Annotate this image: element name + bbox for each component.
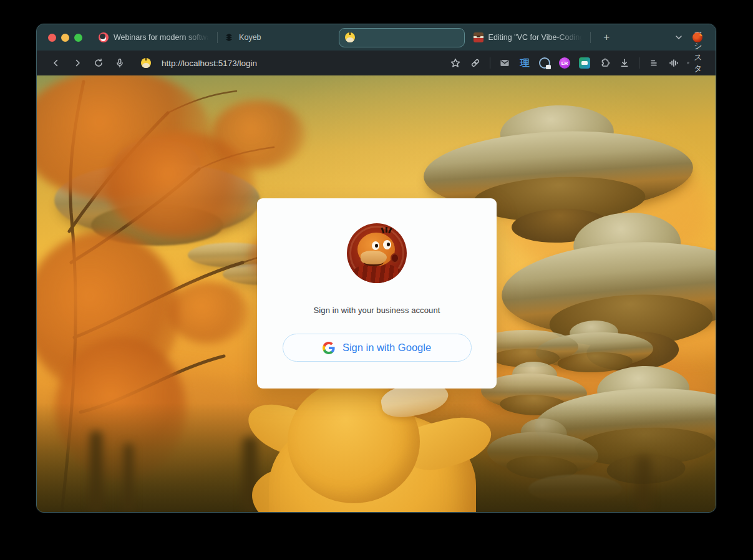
koyeb-layers-icon: [224, 32, 234, 42]
star-icon: [450, 57, 461, 69]
tab-webinars[interactable]: Webinars for modern softwa: [99, 32, 211, 42]
chevron-right-icon: [72, 57, 83, 69]
lock-circle-icon: [539, 57, 550, 69]
trunk-illustration: [636, 456, 652, 512]
psyduck-favicon-icon: [345, 32, 355, 42]
trunk-illustration: [90, 431, 102, 512]
tab-active-psyduck[interactable]: [339, 28, 465, 47]
video-extension-button[interactable]: [575, 54, 594, 72]
reload-icon: [93, 57, 104, 69]
tab-editing[interactable]: Editing "VC for Vibe-Coding: [474, 32, 585, 42]
lr-badge-icon: LR: [559, 57, 570, 69]
chevron-left-icon: [51, 57, 62, 69]
google-signin-button[interactable]: Sign in with Google: [283, 334, 472, 362]
browser-profile-orb-icon: [692, 32, 702, 42]
privacy-extension-button[interactable]: [535, 54, 554, 72]
puzzle-piece-icon: [599, 57, 610, 69]
login-subtitle: Sign in with your business account: [314, 306, 440, 315]
login-card: Sign in with your business account Sign …: [257, 198, 497, 389]
video-square-icon: [579, 57, 590, 69]
forward-button[interactable]: [68, 54, 87, 72]
assistant-spiral-icon: [687, 57, 689, 69]
address-bar-url[interactable]: http://localhost:5173/login: [162, 59, 257, 68]
tab-koyeb-label: Koyeb: [239, 33, 261, 42]
tab-overflow-button[interactable]: [669, 28, 688, 47]
tab-separator: [217, 32, 218, 43]
window-controls: [48, 34, 82, 42]
chevron-down-icon: [673, 32, 684, 43]
google-logo-icon: [323, 342, 335, 354]
tab-separator: [590, 32, 591, 43]
page-viewport: Sign in with your business account Sign …: [37, 75, 716, 512]
tab-bar: Webinars for modern softwa Koyeb Editing…: [37, 24, 716, 51]
foliage-illustration: [168, 281, 249, 344]
pixel-dog-favicon-icon: [474, 32, 483, 42]
toolbar-actions: 理 LR: [446, 54, 706, 72]
equalizer-bars-icon: [668, 57, 679, 69]
mail-envelope-icon: [499, 57, 510, 69]
mail-extension-button[interactable]: [495, 54, 514, 72]
link-icon: [470, 57, 481, 69]
assistant-button[interactable]: アシスタント: [687, 54, 706, 72]
bookmark-button[interactable]: [446, 54, 465, 72]
lr-extension-button[interactable]: LR: [555, 54, 574, 72]
kanji-badge-icon: 理: [520, 57, 530, 69]
site-favicon-psyduck-icon: [141, 58, 151, 68]
downloads-button[interactable]: [615, 54, 634, 72]
site-identity-button[interactable]: [137, 54, 155, 72]
download-icon: [619, 57, 630, 69]
copy-link-button[interactable]: [466, 54, 485, 72]
back-button[interactable]: [47, 54, 66, 72]
voice-search-button[interactable]: [110, 54, 129, 72]
toolbar-separator: [490, 57, 490, 69]
foliage-illustration: [211, 100, 305, 169]
avatar: [347, 223, 407, 283]
browser-window: Webinars for modern softwa Koyeb Editing…: [36, 24, 716, 513]
microphone-icon: [114, 57, 125, 69]
tab-koyeb[interactable]: Koyeb: [224, 32, 261, 42]
close-button[interactable]: [48, 34, 56, 42]
trunk-illustration: [124, 443, 133, 512]
google-signin-label: Sign in with Google: [342, 342, 431, 354]
extensions-button[interactable]: [595, 54, 614, 72]
voice-visualizer-button[interactable]: [664, 54, 683, 72]
reload-button[interactable]: [89, 54, 108, 72]
reader-view-button[interactable]: [644, 54, 663, 72]
navigation-bar: http://localhost:5173/login 理: [37, 51, 716, 75]
webinars-favicon-icon: [99, 32, 109, 42]
toolbar-separator: [639, 57, 639, 69]
zoom-button[interactable]: [74, 34, 82, 42]
japanese-reader-extension-button[interactable]: 理: [515, 54, 534, 72]
tab-webinars-label: Webinars for modern softwa: [114, 33, 211, 42]
new-tab-button[interactable]: +: [600, 31, 613, 44]
reader-lines-icon: [648, 57, 659, 69]
tab-editing-label: Editing "VC for Vibe-Coding: [488, 33, 585, 42]
minimize-button[interactable]: [61, 34, 69, 42]
